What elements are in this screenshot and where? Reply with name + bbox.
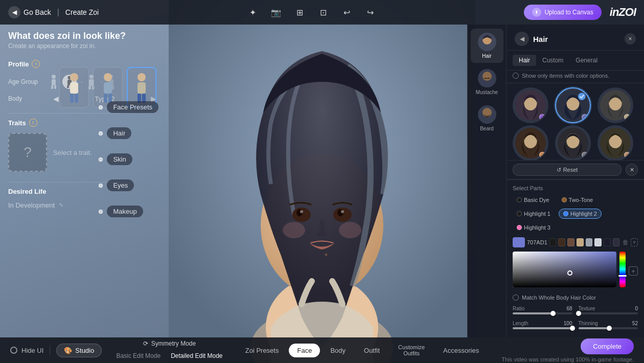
move-icon[interactable]: ✦ xyxy=(245,5,260,19)
color-gradient-picker[interactable] xyxy=(513,252,616,287)
hair-color-indicator-3 xyxy=(624,114,630,120)
tab-outfit[interactable]: Outfit xyxy=(356,344,388,357)
ratio-row: Ratio 68 Texture 0 xyxy=(513,306,638,317)
studio-button[interactable]: 🎨 Studio xyxy=(56,344,102,357)
detailed-edit-tab[interactable]: Detailed Edit Mode xyxy=(171,351,222,360)
tab-custom[interactable]: Custom xyxy=(536,55,569,66)
ratio-track[interactable] xyxy=(513,312,572,314)
symmetry-label: Symmetry Mode xyxy=(151,340,196,347)
hair-style-1[interactable] xyxy=(513,87,548,123)
hair-panel-header: ◀ Hair × xyxy=(507,25,644,51)
hair-style-2-selected[interactable] xyxy=(555,87,591,123)
hair-panel-close-button[interactable]: × xyxy=(625,33,636,44)
separator: | xyxy=(57,8,59,17)
delete-swatch-icon[interactable]: 🗑 xyxy=(623,239,629,246)
sidebar-item-beard[interactable]: Beard xyxy=(471,101,503,135)
skin-label[interactable]: Skin xyxy=(99,153,158,165)
swatch-5[interactable] xyxy=(586,238,593,246)
highlight3-button[interactable]: Highlight 3 xyxy=(513,223,555,232)
expand-icon[interactable]: ⊡ xyxy=(316,5,330,19)
add-color-button[interactable]: + xyxy=(629,266,638,276)
sidebar-item-hair[interactable]: Hair xyxy=(471,29,503,63)
swatch-3[interactable] xyxy=(567,238,574,246)
swatch-2[interactable] xyxy=(558,238,565,246)
screenshot-icon[interactable]: ⊞ xyxy=(292,5,307,19)
texture-thumb[interactable] xyxy=(576,311,581,316)
highlight2-dot xyxy=(563,211,568,216)
hue-cursor xyxy=(618,275,627,277)
panel-back-button[interactable]: ◀ xyxy=(515,32,529,46)
hair-style-4[interactable] xyxy=(513,125,548,160)
tab-hair[interactable]: Hair xyxy=(513,55,536,66)
redo-icon[interactable]: ↪ xyxy=(363,5,377,19)
upload-canvas-button[interactable]: ⬆ Upload to Canvas xyxy=(524,5,601,20)
avatar-thumb-1[interactable] xyxy=(59,67,89,108)
thinning-thumb[interactable] xyxy=(607,326,612,331)
reset-button[interactable]: ↺ Reset xyxy=(513,164,622,176)
trait-placeholder[interactable]: ? xyxy=(8,133,47,172)
hair-color-indicator-4 xyxy=(539,152,545,158)
ratio-thumb[interactable] xyxy=(550,311,556,316)
tab-body[interactable]: Body xyxy=(322,344,354,357)
panel-subheading: Create an appearance for zoi in. xyxy=(8,42,156,50)
hair-label[interactable]: Hair xyxy=(99,127,158,139)
highlight1-button[interactable]: Highlight 1 xyxy=(513,209,555,219)
basic-dye-dot xyxy=(517,197,522,202)
hair-style-5[interactable] xyxy=(555,125,591,160)
ratio-fill xyxy=(513,312,553,314)
length-track[interactable] xyxy=(513,327,572,329)
swatch-6[interactable] xyxy=(594,238,602,246)
basic-edit-tab[interactable]: Basic Edit Mode xyxy=(116,351,160,360)
match-body-radio[interactable] xyxy=(513,294,519,301)
swatch-4[interactable] xyxy=(577,238,584,246)
makeup-text: Makeup xyxy=(107,206,143,217)
undo-icon[interactable]: ↩ xyxy=(339,5,354,19)
add-swatch-button[interactable]: + xyxy=(631,238,638,246)
length-slider-group: Length 100 xyxy=(513,321,572,329)
makeup-dot xyxy=(99,210,103,214)
sidebar-item-mustache[interactable]: Mustache xyxy=(471,65,503,99)
svg-point-30 xyxy=(70,73,78,81)
length-thumb[interactable] xyxy=(570,326,575,331)
two-tone-button[interactable]: Two-Tone xyxy=(558,195,597,205)
camera-icon[interactable]: 📷 xyxy=(269,5,283,19)
swatch-8[interactable] xyxy=(613,238,620,246)
hide-ui-toggle[interactable]: Hide UI xyxy=(10,347,43,354)
eyes-label[interactable]: Eyes xyxy=(99,179,158,191)
complete-button[interactable]: Complete xyxy=(581,338,634,354)
texture-track[interactable] xyxy=(579,312,638,314)
tab-accessories[interactable]: Accessories xyxy=(435,344,487,357)
ratio-name: Ratio xyxy=(513,306,524,311)
swatch-1[interactable] xyxy=(549,238,557,246)
back-button[interactable]: ◀ Go Back xyxy=(8,6,51,18)
basic-dye-button[interactable]: Basic Dye xyxy=(513,195,554,205)
svg-point-49 xyxy=(578,93,586,100)
close-x-button[interactable]: ✕ xyxy=(626,164,638,176)
thinning-fill xyxy=(579,327,610,329)
highlight2-button[interactable]: Highlight 2 xyxy=(559,209,602,219)
sliders-container: Ratio 68 Texture 0 xyxy=(513,306,638,332)
floating-labels: Face Presets Hair Skin Eyes Makeup xyxy=(99,101,158,217)
create-title: Create Zoi xyxy=(65,8,99,16)
tab-customize-outfits[interactable]: CustomizeOutfits xyxy=(390,341,433,359)
makeup-label[interactable]: Makeup xyxy=(99,206,158,217)
hue-bar[interactable] xyxy=(619,252,626,287)
tab-general[interactable]: General xyxy=(569,55,604,66)
color-only-radio[interactable] xyxy=(513,73,519,79)
thinning-track[interactable] xyxy=(579,327,638,329)
thinning-value: 52 xyxy=(632,321,638,326)
highlight3-label: Highlight 3 xyxy=(524,224,550,231)
face-presets-label[interactable]: Face Presets xyxy=(99,101,158,113)
back-label: Go Back xyxy=(24,8,51,16)
tab-zoi-presets[interactable]: Zoi Presets xyxy=(237,344,287,357)
desired-life-edit-icon[interactable]: ✎ xyxy=(59,202,63,209)
hair-style-3[interactable] xyxy=(597,87,633,123)
bottom-divider xyxy=(50,345,50,355)
swatch-7[interactable] xyxy=(604,238,611,246)
hair-style-6[interactable] xyxy=(597,125,633,160)
basic-dye-label: Basic Dye xyxy=(524,197,549,203)
symmetry-mode-toggle[interactable]: ⟳ Symmetry Mode xyxy=(143,340,196,347)
tab-face[interactable]: Face xyxy=(289,344,320,357)
eyes-text: Eyes xyxy=(107,179,134,191)
hair-color-indicator-6 xyxy=(624,152,630,158)
